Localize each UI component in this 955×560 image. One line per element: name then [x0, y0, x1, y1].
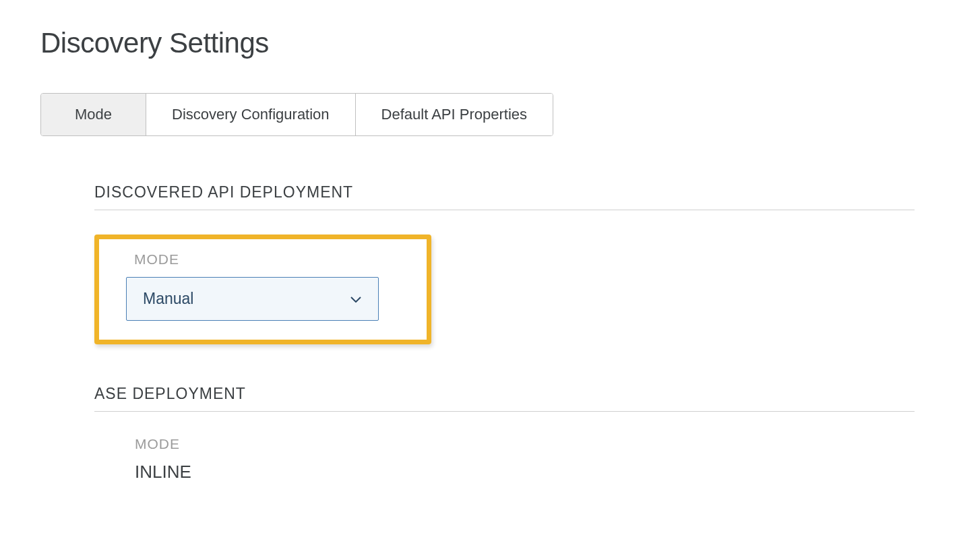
section-heading-discovered-api-deployment: DISCOVERED API DEPLOYMENT	[94, 183, 915, 210]
ase-mode-value: INLINE	[135, 462, 915, 483]
highlight-mode-box: MODE Manual	[94, 235, 431, 344]
tab-mode[interactable]: Mode	[41, 94, 146, 135]
section-heading-ase-deployment: ASE DEPLOYMENT	[94, 385, 915, 412]
ase-mode-field: MODE INLINE	[135, 436, 915, 483]
chevron-down-icon	[350, 293, 362, 305]
tab-group: Mode Discovery Configuration Default API…	[40, 93, 553, 136]
mode-label: MODE	[134, 251, 400, 268]
ase-mode-label: MODE	[135, 436, 915, 452]
mode-dropdown-value: Manual	[143, 290, 193, 308]
section-ase-deployment: ASE DEPLOYMENT MODE INLINE	[94, 385, 915, 483]
mode-dropdown[interactable]: Manual	[126, 277, 379, 321]
tab-discovery-configuration[interactable]: Discovery Configuration	[146, 94, 356, 135]
tab-default-api-properties[interactable]: Default API Properties	[356, 94, 553, 135]
section-discovered-api-deployment: DISCOVERED API DEPLOYMENT MODE Manual	[94, 183, 915, 344]
page-title: Discovery Settings	[40, 27, 915, 59]
